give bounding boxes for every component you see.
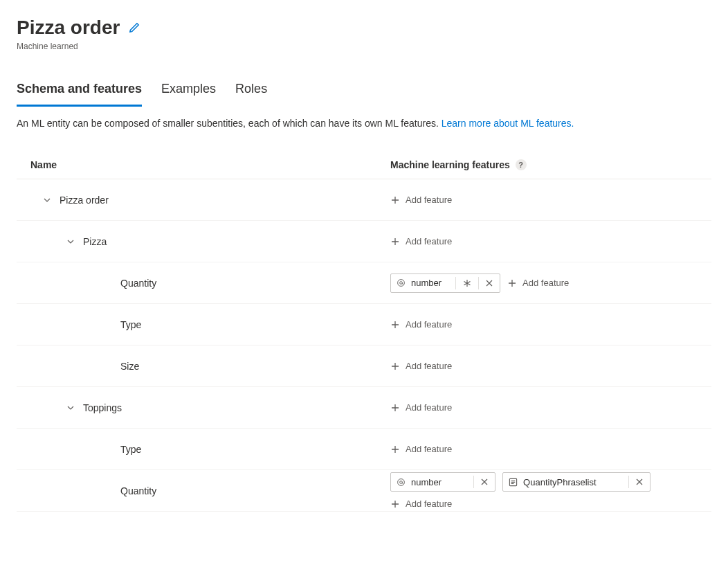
entity-name[interactable]: Quantity bbox=[120, 485, 156, 496]
plus-icon bbox=[390, 403, 400, 413]
add-feature-button[interactable]: Add feature bbox=[390, 236, 452, 246]
close-icon[interactable] bbox=[635, 478, 644, 485]
cell-name: Pizza order bbox=[30, 195, 390, 206]
plus-icon bbox=[390, 195, 400, 205]
cell-features: Add feature bbox=[390, 319, 698, 330]
chevron-down-icon[interactable] bbox=[66, 237, 76, 246]
add-feature-button[interactable]: Add feature bbox=[390, 195, 452, 205]
tab-roles[interactable]: Roles bbox=[235, 76, 267, 107]
chevron-down-icon[interactable] bbox=[66, 404, 76, 412]
column-header-features: Machine learning features ? bbox=[390, 159, 698, 170]
table-row: SizeAdd feature bbox=[17, 346, 711, 387]
edit-icon[interactable] bbox=[128, 21, 140, 34]
tab-description: An ML entity can be composed of smaller … bbox=[17, 118, 711, 129]
table-row: PizzaAdd feature bbox=[17, 221, 711, 262]
add-feature-label: Add feature bbox=[406, 319, 452, 330]
add-feature-button[interactable]: Add feature bbox=[390, 444, 452, 454]
cell-features: numberAdd feature bbox=[390, 273, 698, 293]
learn-more-link[interactable]: Learn more about ML features. bbox=[442, 118, 574, 129]
close-icon[interactable] bbox=[484, 280, 494, 287]
add-feature-label: Add feature bbox=[406, 499, 452, 509]
cell-name: Quantity bbox=[30, 278, 390, 289]
cell-name: Toppings bbox=[30, 402, 390, 413]
add-feature-label: Add feature bbox=[406, 444, 452, 454]
entity-name[interactable]: Toppings bbox=[83, 402, 122, 413]
feature-tag-label: number bbox=[411, 278, 442, 288]
feature-tag-label: number bbox=[411, 477, 442, 487]
cell-name: Quantity bbox=[30, 485, 390, 496]
feature-tag[interactable]: QuantityPhraselist bbox=[502, 472, 650, 492]
plus-icon bbox=[507, 278, 517, 288]
cell-name: Type bbox=[30, 319, 390, 330]
plus-icon bbox=[390, 237, 400, 246]
table-row: ToppingsAdd feature bbox=[17, 387, 711, 429]
description-text: An ML entity can be composed of smaller … bbox=[17, 118, 439, 129]
svg-point-2 bbox=[398, 478, 405, 485]
entity-name[interactable]: Type bbox=[120, 444, 141, 455]
add-feature-label: Add feature bbox=[406, 195, 452, 205]
svg-point-3 bbox=[400, 481, 403, 483]
table-header: Name Machine learning features ? bbox=[17, 151, 711, 179]
table-row: QuantitynumberQuantityPhraselistAdd feat… bbox=[17, 470, 711, 512]
cell-features: Add feature bbox=[390, 444, 698, 454]
entity-name[interactable]: Size bbox=[120, 361, 139, 372]
page-header: Pizza order Machine learned bbox=[17, 17, 711, 51]
feature-tag[interactable]: number bbox=[390, 273, 500, 293]
svg-point-0 bbox=[398, 280, 405, 287]
table-row: TypeAdd feature bbox=[17, 429, 711, 470]
add-feature-button[interactable]: Add feature bbox=[390, 499, 452, 509]
cell-name: Size bbox=[30, 361, 390, 372]
tab-schema-and-features[interactable]: Schema and features bbox=[17, 76, 142, 107]
add-feature-button[interactable]: Add feature bbox=[390, 361, 452, 371]
table-row: QuantitynumberAdd feature bbox=[17, 262, 711, 304]
cell-features: Add feature bbox=[390, 236, 698, 246]
entity-name[interactable]: Quantity bbox=[120, 278, 156, 289]
entity-name[interactable]: Type bbox=[120, 319, 141, 330]
plus-icon bbox=[390, 445, 400, 454]
entity-name[interactable]: Pizza order bbox=[60, 195, 109, 206]
svg-point-1 bbox=[400, 282, 403, 285]
feature-tag-label: QuantityPhraselist bbox=[523, 477, 597, 487]
add-feature-button[interactable]: Add feature bbox=[390, 402, 452, 413]
add-feature-label: Add feature bbox=[522, 278, 569, 288]
entity-name[interactable]: Pizza bbox=[83, 236, 107, 247]
add-feature-label: Add feature bbox=[406, 236, 452, 246]
table-row: Pizza orderAdd feature bbox=[17, 179, 711, 221]
plus-icon bbox=[390, 361, 400, 371]
feature-tag[interactable]: number bbox=[390, 472, 495, 492]
add-feature-label: Add feature bbox=[406, 361, 452, 371]
entity-type-label: Machine learned bbox=[17, 42, 711, 51]
add-feature-button[interactable]: Add feature bbox=[507, 278, 569, 288]
close-icon[interactable] bbox=[480, 478, 489, 485]
help-icon[interactable]: ? bbox=[516, 159, 527, 170]
table-row: TypeAdd feature bbox=[17, 304, 711, 346]
tab-bar: Schema and features Examples Roles bbox=[17, 76, 711, 107]
page-title: Pizza order bbox=[17, 17, 120, 39]
column-header-name[interactable]: Name bbox=[30, 159, 390, 170]
list-icon bbox=[509, 478, 518, 487]
cell-name: Pizza bbox=[30, 236, 390, 247]
chevron-down-icon[interactable] bbox=[43, 196, 53, 204]
at-icon bbox=[397, 278, 406, 287]
plus-icon bbox=[390, 320, 400, 330]
cell-features: numberQuantityPhraselistAdd feature bbox=[390, 472, 698, 509]
tab-examples[interactable]: Examples bbox=[161, 76, 216, 107]
plus-icon bbox=[390, 499, 400, 509]
cell-features: Add feature bbox=[390, 402, 698, 413]
add-feature-button[interactable]: Add feature bbox=[390, 319, 452, 330]
entity-schema-table: Name Machine learning features ? Pizza o… bbox=[17, 151, 711, 512]
add-feature-label: Add feature bbox=[406, 402, 452, 413]
at-icon bbox=[397, 478, 406, 487]
required-asterisk-icon[interactable] bbox=[462, 279, 473, 287]
cell-name: Type bbox=[30, 444, 390, 455]
cell-features: Add feature bbox=[390, 361, 698, 371]
cell-features: Add feature bbox=[390, 195, 698, 205]
